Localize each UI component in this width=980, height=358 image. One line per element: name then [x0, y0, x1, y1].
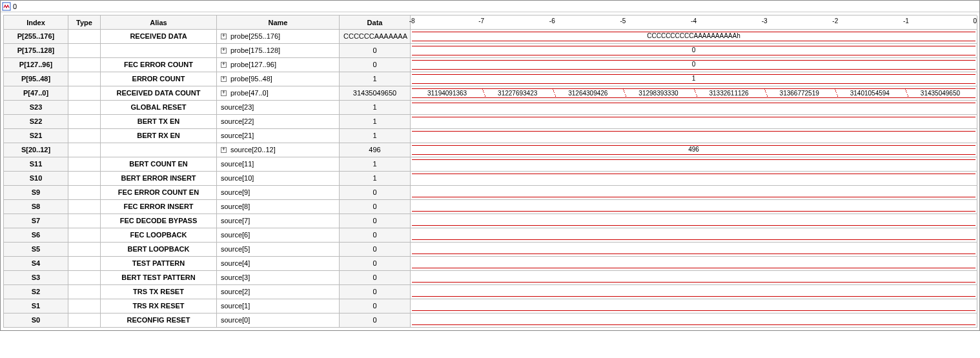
- cell-waveform[interactable]: [411, 101, 977, 115]
- cell-name[interactable]: probe[95..48]: [217, 72, 340, 86]
- cell-name[interactable]: source[0]: [217, 313, 340, 328]
- expand-icon[interactable]: [221, 76, 227, 82]
- cell-name[interactable]: source[9]: [217, 186, 340, 200]
- cell-waveform[interactable]: [411, 313, 977, 328]
- cell-index[interactable]: P[255..176]: [4, 30, 68, 44]
- cell-alias[interactable]: BERT TEST PATTERN: [101, 271, 217, 285]
- cell-waveform[interactable]: [411, 299, 977, 313]
- cell-index[interactable]: S1: [4, 299, 68, 313]
- cell-waveform[interactable]: [411, 115, 977, 129]
- cell-name[interactable]: source[22]: [217, 115, 340, 129]
- cell-name[interactable]: source[1]: [217, 299, 340, 313]
- cell-index[interactable]: S10: [4, 172, 68, 186]
- cell-data[interactable]: 0: [340, 200, 411, 214]
- cell-index[interactable]: S7: [4, 214, 68, 228]
- cell-data[interactable]: 0: [340, 243, 411, 257]
- cell-alias[interactable]: TEST PATTERN: [101, 257, 217, 271]
- cell-index[interactable]: S8: [4, 200, 68, 214]
- cell-name[interactable]: source[8]: [217, 200, 340, 214]
- cell-alias[interactable]: GLOBAL RESET: [101, 101, 217, 115]
- cell-waveform[interactable]: [411, 172, 977, 186]
- cell-waveform[interactable]: [411, 285, 977, 299]
- cell-name[interactable]: source[6]: [217, 228, 340, 243]
- expand-icon[interactable]: [221, 48, 227, 54]
- cell-name[interactable]: source[4]: [217, 257, 340, 271]
- cell-alias[interactable]: FEC ERROR COUNT EN: [101, 186, 217, 200]
- cell-index[interactable]: S11: [4, 157, 68, 172]
- cell-data[interactable]: 31435049650: [340, 86, 411, 101]
- cell-alias[interactable]: BERT RX EN: [101, 129, 217, 143]
- cell-data[interactable]: 0: [340, 44, 411, 58]
- cell-name[interactable]: probe[47..0]: [217, 86, 340, 101]
- expand-icon[interactable]: [221, 147, 227, 153]
- cell-data[interactable]: 0: [340, 271, 411, 285]
- cell-waveform[interactable]: [411, 257, 977, 271]
- cell-data[interactable]: 0: [340, 285, 411, 299]
- cell-waveform[interactable]: [411, 200, 977, 214]
- cell-index[interactable]: S3: [4, 271, 68, 285]
- cell-data[interactable]: 1: [340, 129, 411, 143]
- cell-data[interactable]: 1: [340, 101, 411, 115]
- cell-data[interactable]: 0: [340, 214, 411, 228]
- cell-alias[interactable]: ERROR COUNT: [101, 72, 217, 86]
- cell-name[interactable]: probe[175..128]: [217, 44, 340, 58]
- cell-name[interactable]: probe[255..176]: [217, 30, 340, 44]
- cell-name[interactable]: source[23]: [217, 101, 340, 115]
- cell-alias[interactable]: TRS TX RESET: [101, 285, 217, 299]
- cell-data[interactable]: 1: [340, 115, 411, 129]
- cell-alias[interactable]: FEC LOOPBACK: [101, 228, 217, 243]
- col-header-name[interactable]: Name: [217, 15, 340, 30]
- cell-waveform[interactable]: 0: [411, 44, 977, 58]
- cell-data[interactable]: 1: [340, 72, 411, 86]
- cell-data[interactable]: 0: [340, 299, 411, 313]
- cell-data[interactable]: 1: [340, 157, 411, 172]
- cell-waveform[interactable]: [411, 186, 977, 200]
- cell-data[interactable]: CCCCCCAAAAAAA: [340, 30, 411, 44]
- window-titlebar[interactable]: 0: [1, 1, 979, 12]
- cell-data[interactable]: 496: [340, 143, 411, 157]
- cell-index[interactable]: S6: [4, 228, 68, 243]
- col-header-index[interactable]: Index: [4, 15, 68, 30]
- cell-waveform[interactable]: [411, 214, 977, 228]
- cell-alias[interactable]: FEC DECODE BYPASS: [101, 214, 217, 228]
- cell-name[interactable]: source[20..12]: [217, 143, 340, 157]
- cell-alias[interactable]: RECONFIG RESET: [101, 313, 217, 328]
- cell-data[interactable]: 0: [340, 257, 411, 271]
- cell-waveform[interactable]: [411, 228, 977, 243]
- cell-alias[interactable]: BERT TX EN: [101, 115, 217, 129]
- cell-name[interactable]: source[10]: [217, 172, 340, 186]
- cell-name[interactable]: source[7]: [217, 214, 340, 228]
- cell-index[interactable]: P[175..128]: [4, 44, 68, 58]
- cell-index[interactable]: S2: [4, 285, 68, 299]
- cell-alias[interactable]: [101, 44, 217, 58]
- expand-icon[interactable]: [221, 62, 227, 68]
- expand-icon[interactable]: [221, 34, 227, 39]
- col-header-type[interactable]: Type: [68, 15, 101, 30]
- cell-index[interactable]: S22: [4, 115, 68, 129]
- cell-alias[interactable]: [101, 143, 217, 157]
- cell-data[interactable]: 0: [340, 58, 411, 72]
- cell-name[interactable]: source[21]: [217, 129, 340, 143]
- cell-alias[interactable]: RECEIVED DATA COUNT: [101, 86, 217, 101]
- cell-index[interactable]: S9: [4, 186, 68, 200]
- cell-waveform[interactable]: [411, 129, 977, 143]
- cell-data[interactable]: 0: [340, 313, 411, 328]
- cell-waveform[interactable]: [411, 243, 977, 257]
- col-header-data[interactable]: Data: [340, 15, 411, 30]
- cell-index[interactable]: S23: [4, 101, 68, 115]
- cell-index[interactable]: S21: [4, 129, 68, 143]
- cell-alias[interactable]: RECEIVED DATA: [101, 30, 217, 44]
- cell-index[interactable]: P[47..0]: [4, 86, 68, 101]
- cell-alias[interactable]: FEC ERROR INSERT: [101, 200, 217, 214]
- cell-data[interactable]: 0: [340, 186, 411, 200]
- cell-alias[interactable]: BERT COUNT EN: [101, 157, 217, 172]
- cell-index[interactable]: P[127..96]: [4, 58, 68, 72]
- cell-index[interactable]: S5: [4, 243, 68, 257]
- col-header-alias[interactable]: Alias: [101, 15, 217, 30]
- cell-name[interactable]: source[5]: [217, 243, 340, 257]
- cell-name[interactable]: probe[127..96]: [217, 58, 340, 72]
- cell-waveform[interactable]: 0: [411, 58, 977, 72]
- cell-data[interactable]: 0: [340, 228, 411, 243]
- cell-waveform[interactable]: [411, 157, 977, 172]
- cell-waveform[interactable]: [411, 271, 977, 285]
